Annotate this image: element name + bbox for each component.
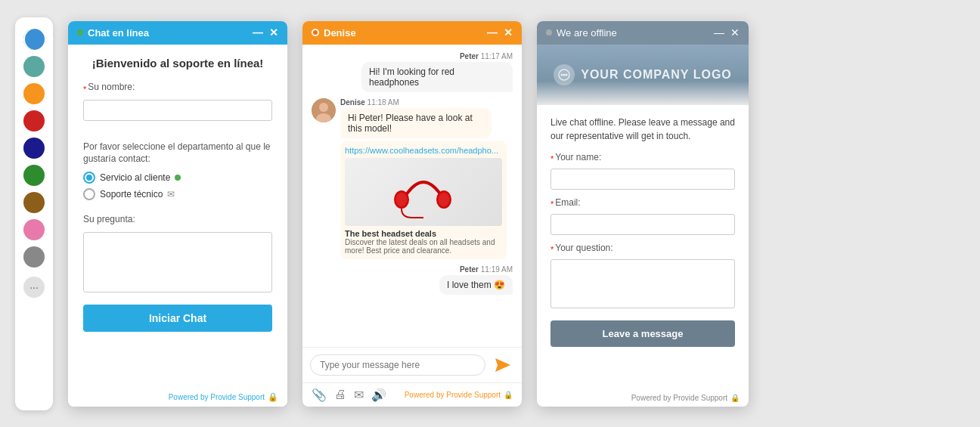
color-palette: ··· — [15, 17, 53, 410]
headphones-svg — [389, 163, 457, 220]
company-logo: YOUR COMPANY LOGO — [554, 64, 732, 85]
leave-message-button[interactable]: Leave a message — [550, 320, 735, 347]
minimize-button-3[interactable]: — — [714, 27, 724, 38]
lock-icon-2: 🔒 — [504, 391, 513, 399]
avatar-image — [312, 98, 336, 122]
svg-point-6 — [439, 193, 449, 206]
offline-header: YOUR COMPANY LOGO — [537, 45, 749, 105]
link-url[interactable]: https://www.coolheadsets.com/headpho... — [345, 146, 502, 155]
message-peter-1: Peter 11:17 AM Hi! I'm looking for red h… — [312, 52, 513, 92]
powered-by-1: Powered by Provide Support 🔒 — [68, 388, 287, 407]
lock-icon-1: 🔒 — [268, 392, 278, 402]
minimize-button-1[interactable]: — — [253, 27, 263, 38]
offline-name-star: * — [550, 154, 554, 163]
offline-question-textarea[interactable] — [550, 259, 735, 308]
name-input[interactable] — [83, 100, 272, 121]
msg-meta-denise-1: Denise 11:18 AM — [340, 98, 507, 107]
close-button-3[interactable]: ✕ — [730, 27, 740, 38]
online-status-dot — [77, 29, 83, 36]
offline-name-label: Your name: — [555, 152, 601, 162]
powered-by-2: Powered by Provide Support 🔒 — [405, 391, 513, 399]
msg-bubble-denise-1: Hi Peter! Please have a look at this mod… — [340, 108, 492, 138]
question-textarea[interactable] — [83, 232, 272, 292]
powered-by-text-3: Powered by Provide Support — [631, 394, 727, 402]
color-orange[interactable] — [23, 83, 45, 104]
dept-option-2[interactable]: Soporte técnico ✉ — [83, 188, 272, 200]
message-denise-1: Denise 11:18 AM Hi Peter! Please have a … — [312, 98, 513, 259]
name-label: Su nombre: — [88, 82, 135, 92]
radio-dept2[interactable] — [83, 188, 95, 200]
offline-description: Live chat offline. Please leave a messag… — [550, 116, 735, 143]
lock-icon-3: 🔒 — [730, 394, 740, 402]
color-red[interactable] — [23, 110, 45, 132]
dept1-label: Servicio al cliente — [100, 172, 170, 183]
msg-bubble-peter-2: I love them 😍 — [439, 275, 513, 295]
window1-body: ¡Bienvenido al soporte en línea! * Su no… — [68, 45, 287, 388]
more-icon: ··· — [29, 281, 39, 293]
window2-title: Denise — [324, 27, 356, 39]
radio-dept1[interactable] — [83, 172, 95, 184]
powered-by-text-2: Powered by Provide Support — [405, 391, 501, 399]
logo-circle — [554, 64, 575, 85]
offline-email-label: Email: — [555, 197, 580, 208]
title-bar-3: We are offline — ✕ — [537, 21, 749, 45]
minimize-button-2[interactable]: — — [487, 27, 498, 38]
send-icon — [495, 358, 510, 372]
powered-by-3: Powered by Provide Support 🔒 — [537, 389, 749, 407]
svg-point-1 — [319, 103, 328, 112]
more-colors-button[interactable]: ··· — [23, 277, 45, 298]
chat-window-denise: Denise — ✕ Peter 11:17 AM Hi! I'm lookin… — [302, 21, 522, 407]
offline-question-star: * — [550, 245, 554, 254]
email-icon-toolbar[interactable]: ✉ — [354, 388, 364, 402]
chat-input-bar — [302, 347, 522, 382]
color-brown[interactable] — [23, 192, 45, 213]
close-button-2[interactable]: ✕ — [504, 27, 513, 38]
svg-marker-7 — [495, 358, 510, 372]
window3-controls: — ✕ — [714, 27, 740, 38]
dept1-status — [175, 175, 181, 181]
dept2-label: Soporte técnico — [100, 189, 163, 200]
offline-email-input[interactable] — [550, 214, 735, 235]
close-button-1[interactable]: ✕ — [269, 27, 278, 38]
welcome-title: ¡Bienvenido al soporte en línea! — [83, 57, 272, 70]
link-image — [345, 158, 502, 226]
dept-label: Por favor seleccione el departamento al … — [83, 141, 272, 166]
color-navy[interactable] — [23, 138, 45, 159]
svg-point-10 — [563, 73, 566, 76]
chat-logo-icon — [558, 69, 570, 81]
offline-email-star: * — [550, 200, 554, 209]
attachment-icon[interactable]: 📎 — [312, 388, 327, 402]
msg-meta-peter-1: Peter 11:17 AM — [460, 52, 513, 60]
color-gray[interactable] — [23, 246, 45, 268]
chat-window-offline: We are offline — ✕ YOUR COMPANY LOGO — [537, 21, 749, 407]
email-icon: ✉ — [167, 189, 175, 200]
link-title: The best headset deals — [345, 229, 502, 238]
svg-point-4 — [396, 193, 407, 206]
color-pink[interactable] — [23, 219, 45, 240]
link-preview: https://www.coolheadsets.com/headpho... — [340, 141, 507, 259]
title-bar-left-3: We are offline — [546, 27, 617, 39]
offline-question-label: Your question: — [555, 243, 612, 253]
chat-messages: Peter 11:17 AM Hi! I'm looking for red h… — [302, 45, 522, 347]
message-input[interactable] — [310, 354, 485, 376]
title-bar-left-2: Denise — [312, 27, 356, 39]
msg-bubble-peter-1: Hi! I'm looking for red headphones — [361, 62, 513, 92]
send-button[interactable] — [492, 354, 514, 376]
svg-point-11 — [566, 73, 568, 76]
offline-name-input[interactable] — [550, 169, 735, 190]
chat-toolbar: 📎 🖨 ✉ 🔊 Powered by Provide Support 🔒 — [302, 382, 522, 407]
color-blue[interactable] — [23, 29, 45, 50]
color-green[interactable] — [23, 165, 45, 186]
denise-status-dot — [312, 29, 319, 36]
color-teal[interactable] — [23, 56, 45, 77]
chat-window-spanish: Chat en línea — ✕ ¡Bienvenido al soporte… — [68, 21, 287, 407]
offline-status-dot — [546, 29, 552, 36]
powered-by-text-1: Powered by Provide Support — [169, 393, 265, 401]
window1-controls: — ✕ — [253, 27, 278, 38]
dept-option-1[interactable]: Servicio al cliente — [83, 172, 272, 184]
window2-controls: — ✕ — [487, 27, 513, 38]
print-icon[interactable]: 🖨 — [334, 388, 346, 401]
start-chat-button[interactable]: Iniciar Chat — [83, 305, 272, 332]
denise-avatar — [312, 98, 336, 122]
sound-icon[interactable]: 🔊 — [371, 388, 386, 402]
